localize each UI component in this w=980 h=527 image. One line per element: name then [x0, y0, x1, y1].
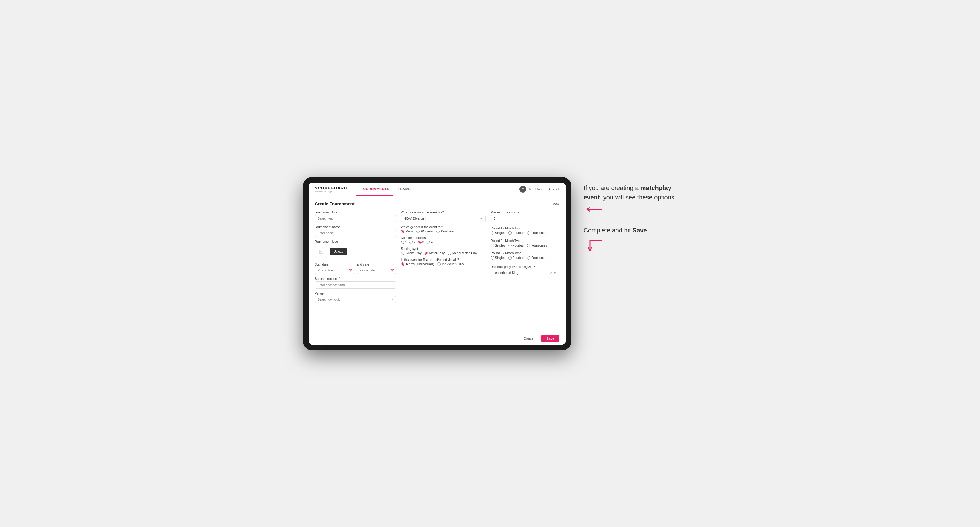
rounds-label: Number of rounds — [401, 236, 486, 240]
rounds-radio-group: 1 2 3 — [401, 241, 486, 244]
form-grid: Tournament Host Tournament name Tourname… — [315, 211, 559, 303]
gender-combined[interactable]: Combined — [436, 230, 455, 233]
save-button[interactable]: Save — [541, 335, 559, 342]
upload-button[interactable]: Upload — [330, 248, 347, 255]
scoring-group: Scoring system Stroke Play Match Play — [401, 247, 486, 255]
main-content: Create Tournament ← Back Tournament Host… — [309, 196, 566, 332]
round1-label: Round 1 - Match Type — [491, 227, 559, 230]
sponsor-label: Sponsor (optional) — [315, 277, 396, 281]
round1-fourball[interactable]: Fourball — [508, 231, 524, 235]
scoring-match-play[interactable]: Match Play — [425, 251, 445, 255]
annotations: If you are creating a matchplay event, y… — [584, 177, 677, 257]
round-3[interactable]: 3 — [418, 241, 424, 244]
gender-radio-group: Mens Womens Combined — [401, 230, 486, 233]
annotation-top-text: If you are creating a — [584, 184, 640, 191]
form-footer: Cancel Save — [309, 332, 566, 345]
round1-foursomes[interactable]: Foursomes — [527, 231, 547, 235]
tab-tournaments[interactable]: TOURNAMENTS — [356, 183, 393, 196]
round1-singles[interactable]: Singles — [491, 231, 506, 235]
annotation-bottom-bold: Save. — [632, 227, 649, 234]
scoring-radio-group: Stroke Play Match Play Medal Match Play — [401, 251, 486, 255]
tournament-host-input[interactable] — [315, 215, 396, 222]
logo-placeholder — [315, 246, 328, 258]
teams-radio-group: Teams (+Individuals) Individuals Only — [401, 262, 486, 266]
gender-mens[interactable]: Mens — [401, 230, 413, 233]
sponsor-group: Sponsor (optional) — [315, 277, 396, 289]
page-title: Create Tournament — [315, 201, 355, 206]
third-party-value: Leaderboard King — [493, 271, 519, 275]
arrow-top-icon — [584, 206, 602, 213]
division-select[interactable]: NCAA Division I — [401, 215, 486, 222]
round2-options: Singles Fourball Foursomes — [491, 244, 559, 247]
user-label: Test User — [529, 187, 542, 191]
round2-match-type-section: Round 2 - Match Type Singles Fourball — [491, 239, 559, 247]
scoring-medal-match-play[interactable]: Medal Match Play — [448, 251, 477, 255]
tournament-name-group: Tournament name — [315, 225, 396, 237]
round3-label: Round 3 - Match Type — [491, 251, 559, 255]
round3-foursomes[interactable]: Foursomes — [527, 256, 547, 260]
signout-link[interactable]: Sign out — [548, 187, 559, 191]
brand-subtitle: Powered by clippit — [315, 190, 347, 193]
logo-upload-area: Upload — [315, 246, 396, 258]
tournament-name-label: Tournament name — [315, 225, 396, 229]
third-party-remove[interactable]: ✕ ▼ — [550, 271, 557, 275]
right-section: Maximum Team Size Round 1 - Match Type S… — [491, 211, 559, 303]
start-date-wrapper: 📅 — [315, 267, 354, 274]
venue-chevron-icon: ▼ — [391, 298, 394, 301]
division-label: Which division is the event for? — [401, 211, 486, 214]
nav-tabs: TOURNAMENTS TEAMS — [356, 183, 519, 196]
teams-plus-individuals[interactable]: Teams (+Individuals) — [401, 262, 434, 266]
tournament-name-input[interactable] — [315, 230, 396, 237]
round3-singles[interactable]: Singles — [491, 256, 506, 260]
brand-title: SCOREBOARD — [315, 186, 347, 190]
tab-teams[interactable]: TEAMS — [393, 183, 415, 196]
max-team-size-input[interactable] — [491, 215, 506, 222]
rounds-group: Number of rounds 1 2 — [401, 236, 486, 244]
round2-foursomes[interactable]: Foursomes — [527, 244, 547, 247]
third-party-group: Use third-party live scoring API? Leader… — [491, 265, 559, 276]
round3-options: Singles Fourball Foursomes — [491, 256, 559, 260]
calendar-icon-end: 📅 — [390, 269, 394, 272]
end-date-wrapper: 📅 — [357, 267, 396, 274]
dates-group: Start date 📅 End date — [315, 261, 396, 274]
individuals-only[interactable]: Individuals Only — [437, 262, 464, 266]
round2-label: Round 2 - Match Type — [491, 239, 559, 243]
page-header: Create Tournament ← Back — [315, 201, 559, 206]
third-party-wrapper: Leaderboard King ✕ ▼ — [491, 270, 559, 276]
start-date-label: Start date — [315, 263, 328, 266]
gender-label: Which gender is the event for? — [401, 225, 486, 229]
end-date-label: End date — [357, 263, 369, 266]
round1-options: Singles Fourball Foursomes — [491, 231, 559, 235]
round3-fourball[interactable]: Fourball — [508, 256, 524, 260]
back-link[interactable]: ← Back — [547, 202, 559, 206]
calendar-icon: 📅 — [348, 269, 352, 272]
round-2[interactable]: 2 — [409, 241, 416, 244]
annotation-bottom-text: Complete and hit — [584, 227, 633, 234]
round-1[interactable]: 1 — [401, 241, 407, 244]
round-4[interactable]: 4 — [426, 241, 433, 244]
venue-input[interactable] — [315, 296, 396, 303]
svg-point-1 — [320, 251, 321, 251]
tablet-device: SCOREBOARD Powered by clippit TOURNAMENT… — [303, 177, 571, 350]
tournament-logo-group: Tournament logo Upload — [315, 240, 396, 258]
avatar: T — [519, 186, 526, 193]
round2-fourball[interactable]: Fourball — [508, 244, 524, 247]
gender-group: Which gender is the event for? Mens Wome… — [401, 225, 486, 233]
venue-group: Venue ▼ — [315, 292, 396, 303]
sponsor-input[interactable] — [315, 281, 396, 289]
navbar: SCOREBOARD Powered by clippit TOURNAMENT… — [309, 183, 566, 196]
tablet-screen: SCOREBOARD Powered by clippit TOURNAMENT… — [309, 183, 566, 345]
cancel-button[interactable]: Cancel — [520, 335, 538, 342]
round2-singles[interactable]: Singles — [491, 244, 506, 247]
tournament-host-group: Tournament Host — [315, 211, 396, 222]
annotation-top-rest: you will see these options. — [601, 194, 676, 201]
date-row: Start date 📅 End date — [315, 261, 396, 274]
gender-womens[interactable]: Womens — [416, 230, 433, 233]
teams-individuals-label: Is this event for Teams and/or Individua… — [401, 258, 486, 262]
middle-section: Which division is the event for? NCAA Di… — [401, 211, 486, 303]
division-group: Which division is the event for? NCAA Di… — [401, 211, 486, 222]
scoring-stroke-play[interactable]: Stroke Play — [401, 251, 422, 255]
venue-label: Venue — [315, 292, 396, 295]
navbar-right: T Test User | Sign out — [519, 186, 559, 193]
max-team-size-group: Maximum Team Size — [491, 211, 559, 222]
